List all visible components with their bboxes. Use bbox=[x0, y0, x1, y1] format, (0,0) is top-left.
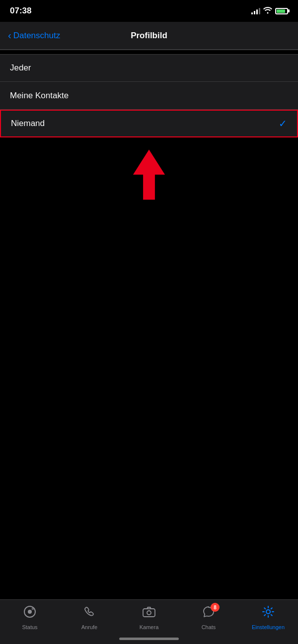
chats-tab-icon: 8 bbox=[202, 605, 216, 622]
list-item-label: Niemand bbox=[11, 119, 45, 129]
list-item-label: Jeder bbox=[10, 63, 31, 73]
list-item-meine-kontakte[interactable]: Meine Kontakte bbox=[0, 82, 298, 110]
wifi-icon bbox=[263, 7, 272, 15]
signal-icon bbox=[251, 7, 260, 14]
tab-einstellungen[interactable]: Einstellungen bbox=[251, 605, 286, 630]
checkmark-icon: ✓ bbox=[279, 118, 287, 129]
tab-anrufe[interactable]: Anrufe bbox=[72, 605, 107, 630]
einstellungen-tab-label: Einstellungen bbox=[252, 624, 285, 630]
list-item-jeder[interactable]: Jeder bbox=[0, 54, 298, 82]
back-label: Datenschutz bbox=[13, 31, 61, 41]
status-icons bbox=[251, 7, 288, 15]
svg-rect-5 bbox=[143, 609, 155, 617]
privacy-options-list: Jeder Meine Kontakte Niemand ✓ bbox=[0, 54, 298, 137]
page-title: Profilbild bbox=[131, 31, 167, 41]
anrufe-tab-label: Anrufe bbox=[81, 624, 97, 630]
back-chevron-icon: ‹ bbox=[8, 30, 11, 41]
home-indicator bbox=[119, 638, 179, 640]
kamera-tab-icon bbox=[142, 605, 156, 622]
chats-badge: 8 bbox=[211, 603, 220, 612]
nav-bar: ‹ Datenschutz Profilbild bbox=[0, 22, 298, 50]
status-tab-icon bbox=[23, 605, 37, 622]
chats-tab-label: Chats bbox=[202, 624, 216, 630]
list-item-niemand[interactable]: Niemand ✓ bbox=[0, 110, 298, 137]
einstellungen-tab-icon bbox=[261, 605, 275, 622]
separator bbox=[0, 50, 298, 50]
annotation-arrow bbox=[0, 147, 298, 202]
kamera-tab-label: Kamera bbox=[140, 624, 159, 630]
svg-point-7 bbox=[266, 610, 270, 614]
list-item-label: Meine Kontakte bbox=[10, 91, 69, 101]
back-button[interactable]: ‹ Datenschutz bbox=[8, 30, 60, 41]
battery-icon bbox=[275, 8, 288, 14]
status-bar: 07:38 bbox=[0, 0, 298, 22]
red-arrow-icon bbox=[127, 147, 171, 202]
svg-point-6 bbox=[147, 611, 151, 615]
tab-status[interactable]: Status bbox=[12, 605, 47, 630]
tab-kamera[interactable]: Kamera bbox=[132, 605, 166, 630]
anrufe-tab-icon bbox=[82, 605, 96, 622]
status-time: 07:38 bbox=[10, 6, 31, 16]
svg-marker-0 bbox=[133, 150, 165, 200]
svg-point-4 bbox=[32, 608, 34, 610]
status-tab-label: Status bbox=[22, 624, 37, 630]
tab-chats[interactable]: 8 Chats bbox=[191, 605, 226, 630]
